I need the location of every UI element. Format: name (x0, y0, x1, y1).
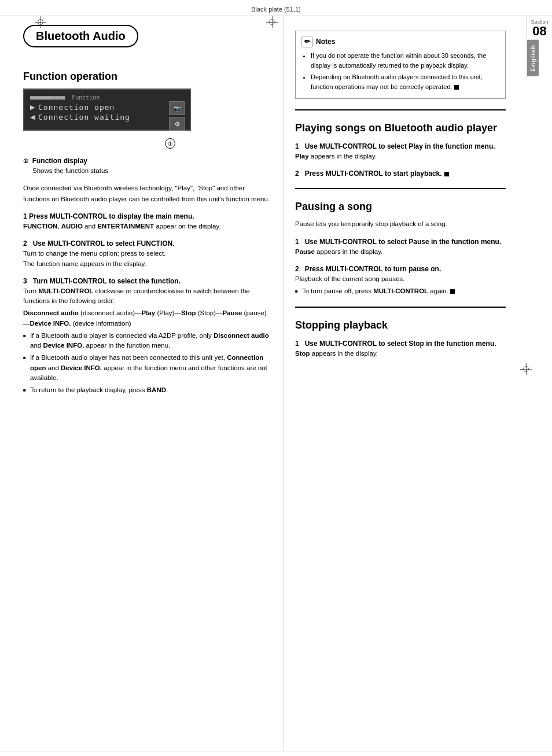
language-bar: English (527, 40, 539, 76)
callout-1-desc: Shows the function status. (23, 166, 271, 176)
func-row-1: ▶ Connection open (30, 103, 184, 112)
callout-1-title: ① Function display (23, 157, 271, 165)
function-display-mockup: ■■■■■■■■■■ Function ▶ Connection open ◀ … (23, 88, 191, 131)
bullet-3: To return to the playback display, press… (23, 385, 271, 395)
section-stopping-title: Stopping playback (295, 319, 506, 331)
func-arrow-2: ◀ (30, 113, 36, 121)
stop-step-1-body: Stop appears in the display. (295, 349, 506, 359)
func-icon-1: 📷 (169, 101, 185, 115)
page-footer: <CRB2179-A/N>51 En 51 (0, 751, 552, 756)
notes-box: ✏ Notes If you do not operate the functi… (295, 31, 506, 99)
right-content-area: ✏ Notes If you do not operate the functi… (295, 31, 535, 359)
step-3-bullets: If a Bluetooth audio player is connected… (23, 331, 271, 396)
bullet-1: If a Bluetooth audio player is connected… (23, 331, 271, 351)
page-header: Black plate (51,1) (0, 0, 552, 16)
note-2: Depending on Bluetooth audio players con… (311, 72, 499, 91)
section-playing-title: Playing songs on Bluetooth audio player (295, 122, 506, 134)
callout-1-circle: ① (23, 158, 28, 164)
play-step-1-body: Play appears in the display. (295, 152, 506, 161)
section-pausing-title: Pausing a song (295, 201, 506, 213)
callout-1-label: Function display (32, 157, 87, 165)
stop-symbol-pause (450, 289, 455, 294)
page-title-box: Bluetooth Audio (23, 25, 138, 47)
note-1: If you do not operate the function withi… (311, 51, 499, 70)
func-display-title: ■■■■■■■■■■ Function (30, 94, 184, 101)
callout-number: ① (95, 135, 271, 149)
pause-bullets: To turn pause off, press MULTI-CONTROL a… (295, 286, 506, 296)
bullet-2: If a Bluetooth audio player has not been… (23, 353, 271, 383)
step-2-body: Turn to change the menu option; press to… (23, 249, 271, 269)
page-title: Bluetooth Audio (36, 29, 126, 43)
pause-step-1-body: Pause appears in the display. (295, 247, 506, 257)
right-column: Section 08 English ✏ Notes If you do not… (284, 16, 552, 751)
func-text-1: Connection open (38, 103, 115, 112)
pause-step-2-body: Playback of the current song pauses. (295, 274, 506, 284)
func-text-2: Connection waiting (38, 113, 130, 121)
func-row-2: ◀ Connection waiting (30, 113, 184, 121)
step-2-heading: 2 Use MULTI-CONTROL to select FUNCTION. (23, 239, 271, 248)
divider-1 (295, 109, 506, 110)
left-column: Bluetooth Audio Function operation ■■■■■… (0, 16, 284, 751)
notes-header: ✏ Notes (301, 36, 499, 47)
notes-title: Notes (316, 38, 335, 46)
play-step-2-heading: 2 Press MULTI-CONTROL to start playback. (295, 169, 506, 178)
header-text: Black plate (51,1) (251, 6, 301, 13)
section-number: 08 (527, 25, 552, 38)
func-icon-area: 📷 ⚙ (169, 101, 185, 131)
step-1-body: FUNCTION, AUDIO and ENTERTAINMENT appear… (23, 222, 271, 231)
pause-step-1-heading: 1 Use MULTI-CONTROL to select Pause in t… (295, 238, 506, 246)
stop-step-1-heading: 1 Use MULTI-CONTROL to select Stop in th… (295, 340, 506, 348)
step-3-heading: 3 Turn MULTI-CONTROL to select the funct… (23, 277, 271, 285)
intro-paragraph: Once connected via Bluetooth wireless te… (23, 183, 271, 204)
func-icon-2: ⚙ (169, 117, 185, 131)
stop-symbol-play (444, 172, 449, 176)
play-step-1-heading: 1 Use MULTI-CONTROL to select Play in th… (295, 142, 506, 150)
notes-list: If you do not operate the function withi… (301, 51, 499, 91)
notes-icon: ✏ (301, 36, 313, 47)
section-function-title: Function operation (23, 71, 271, 83)
step-1-heading: 1 Press MULTI-CONTROL to display the mai… (23, 212, 271, 220)
callout-1-num: ① (165, 138, 175, 149)
divider-3 (295, 307, 506, 308)
pause-step-2-heading: 2 Press MULTI-CONTROL to turn pause on. (295, 265, 506, 273)
section-tab: Section 08 English (527, 16, 552, 79)
divider-2 (295, 188, 506, 189)
step-3-order: Disconnect audio (disconnect audio)—Play… (23, 308, 271, 329)
callout-1-section: ① Function display Shows the function st… (23, 157, 271, 176)
page-content: Bluetooth Audio Function operation ■■■■■… (0, 16, 552, 751)
step-3-body: Turn MULTI-CONTROL clockwise or counterc… (23, 286, 271, 307)
pause-bullet-1: To turn pause off, press MULTI-CONTROL a… (295, 286, 506, 296)
pause-intro: Pause lets you temporarily stop playback… (295, 219, 506, 229)
stop-symbol-note (454, 85, 459, 90)
func-arrow-1: ▶ (30, 104, 36, 111)
